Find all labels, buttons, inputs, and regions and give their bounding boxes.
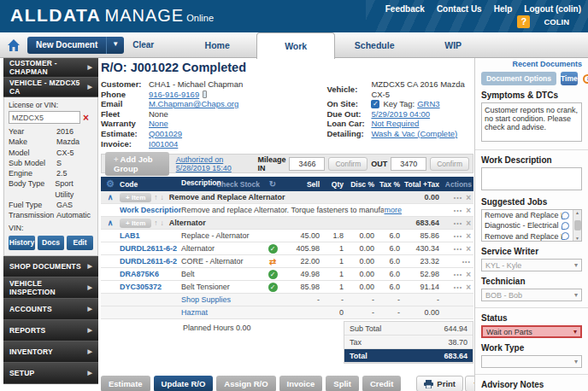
estimate-button[interactable]: Estimate [101,376,150,391]
sidebar-item-vehicle-inspection[interactable]: VEHICLE INSPECTION▶ [3,277,98,299]
sidebar-item-shop-documents[interactable]: SHOP DOCUMENTS▶ [3,256,98,277]
confirm-in-button[interactable]: Confirm [328,157,368,171]
remove-row-icon[interactable]: × [466,232,471,240]
new-document-button[interactable]: New Document ▼ [27,37,124,54]
scrollbar[interactable]: ▲▼ [573,210,581,241]
phone-link[interactable]: 916-916-9169 [149,90,199,100]
mileage-out-input[interactable] [391,157,426,171]
service-writer-select[interactable]: KYL - Kyle▾ [481,259,582,271]
collapse-chevron-icon[interactable]: ∧ [101,219,120,227]
warranty-link[interactable]: None [149,119,168,129]
hazmat-link[interactable]: Hazmat [181,308,260,317]
print-button[interactable]: Print [416,376,463,391]
remove-row-icon[interactable]: × [466,283,471,291]
home-icon[interactable] [7,38,21,52]
contact-us-link[interactable]: Contact Us [437,4,482,14]
remove-row-icon[interactable]: × [466,219,471,227]
suggested-job-item[interactable]: Remove and Replace Battery [482,210,581,220]
authorized-link[interactable]: Authorized on 5/28/2019 15:40 [176,155,251,172]
remove-row-icon[interactable]: × [466,207,471,214]
gear-icon[interactable]: ⚙ [101,178,120,190]
part-code-link[interactable]: DURDL2611-6-2 [120,257,181,266]
move-down-icon[interactable]: ↓ [161,193,164,201]
key-tag-link[interactable]: GRN3 [417,99,439,109]
add-item-button[interactable]: + Item [120,193,151,202]
refresh-icon[interactable]: ↻ [260,179,285,189]
tab-work[interactable]: Work [256,32,335,59]
actions-menu-icon[interactable]: ••• [454,246,462,252]
tab-schedule[interactable]: Schedule [335,32,414,58]
remove-vehicle-icon[interactable]: × [83,114,89,122]
more-link[interactable]: more [384,206,402,214]
time-button[interactable]: Time [561,72,578,85]
mileage-in-input[interactable] [289,157,325,171]
caret-down-icon[interactable]: ▼ [106,37,124,54]
credit-button[interactable]: Credit [362,376,401,391]
update-ro-button[interactable]: Update R/O [154,376,214,391]
part-code-link[interactable]: DYC305372 [120,283,181,291]
sidebar-item-customer[interactable]: CUSTOMER - CHAPMAN ▶ [3,58,98,78]
loan-car-link[interactable]: Not Required [371,119,419,129]
confirm-out-button[interactable]: Confirm [430,157,469,171]
detailing-link[interactable]: Wash & Vac (Complete) [371,129,457,139]
on-site-checkbox[interactable]: ✓ [371,100,379,108]
remove-row-icon[interactable]: × [466,271,471,278]
shop-supplies-link[interactable]: Shop Supplies [181,295,260,304]
sidebar-item-accounts[interactable]: ACCOUNTS▶ [3,299,98,320]
technician-select[interactable]: BOB - Bob▾ [481,289,582,301]
work-description-link[interactable]: Work Description [120,206,181,214]
feedback-link[interactable]: Feedback [385,4,425,14]
document-options-button[interactable]: Document Options [481,72,556,85]
logout-link[interactable]: Logout (colin) [524,4,581,14]
actions-menu-icon[interactable]: ••• [462,259,471,265]
actions-menu-icon[interactable]: ••• [454,220,462,226]
invoice-button[interactable]: Invoice [279,376,323,391]
work-type-select[interactable]: ▾ [481,355,582,368]
actions-menu-icon[interactable]: ••• [454,195,462,201]
move-up-icon[interactable]: ↑ [154,219,157,227]
suggested-job-add-icon[interactable] [562,212,569,219]
help-icon[interactable]: ? [517,15,530,28]
work-description-textarea[interactable] [481,167,582,190]
assign-ro-button[interactable]: Assign R/O [216,376,275,391]
estimate-link[interactable]: Q001029 [149,129,182,139]
invoice-link[interactable]: I001004 [149,139,178,149]
add-item-button[interactable]: + Item [120,219,151,228]
part-code-link[interactable]: DURDL2611-6-2 [120,244,181,253]
help-link[interactable]: Help [494,4,513,14]
part-code-link[interactable]: DRA875K6 [120,270,181,278]
symptoms-textarea[interactable]: Customer reports no crank, no start cond… [481,102,582,142]
part-code-link[interactable]: LAB1 [120,231,181,240]
split-button[interactable]: Split [326,376,359,391]
move-up-icon[interactable]: ↑ [154,193,157,201]
history-button[interactable]: History [9,236,35,250]
suggested-job-item[interactable]: Diagnostic - Electrical [482,220,581,231]
email-link[interactable]: M.Chapman@Chaps.org [149,99,238,109]
add-job-group-button[interactable]: +Add Job Group [105,152,169,176]
remove-row-icon[interactable]: × [466,245,471,253]
sidebar-item-inventory[interactable]: INVENTORY▶ [3,341,98,363]
actions-menu-icon[interactable]: ••• [454,207,462,213]
clear-link[interactable]: Clear [132,40,154,50]
tab-wip[interactable]: WIP [414,32,492,58]
move-down-icon[interactable]: ↓ [161,219,164,227]
suggested-job-item[interactable]: Remove and Replace Fuel Pump [482,231,581,242]
tab-home[interactable]: Home [178,32,256,58]
actions-menu-icon[interactable]: ••• [454,271,462,277]
edit-button[interactable]: Edit [67,236,93,250]
remove-row-icon[interactable]: × [466,194,471,201]
scroll-thumb[interactable] [574,220,581,231]
suggested-job-add-icon[interactable] [562,232,569,240]
collapse-chevron-icon[interactable]: ∧ [101,193,120,201]
suggested-job-add-icon[interactable] [562,222,569,230]
scroll-down-icon[interactable]: ▼ [575,236,579,241]
sidebar-item-setup[interactable]: SETUP▶ [3,363,98,384]
sidebar-item-reports[interactable]: REPORTS▶ [3,320,98,341]
due-out-link[interactable]: 5/29/2019 04:00 [371,109,430,120]
sidebar-item-vehicle[interactable]: VEHICLE - MZDCX5 CA ▶ [3,78,98,97]
scroll-up-icon[interactable]: ▲ [575,210,579,215]
license-input[interactable] [9,111,80,124]
actions-menu-icon[interactable]: ••• [454,284,462,290]
docs-button[interactable]: Docs [38,236,64,250]
actions-menu-icon[interactable]: ••• [454,233,462,239]
